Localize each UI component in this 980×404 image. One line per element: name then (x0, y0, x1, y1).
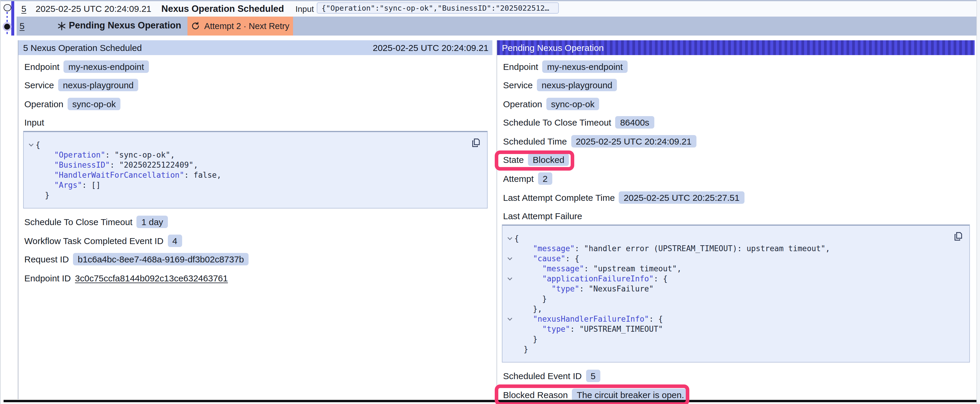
code-line: "type": "NexusFailure" (506, 284, 963, 294)
code-line: } (27, 190, 481, 201)
event-detail-panel-title: 5 Nexus Operation Scheduled (23, 42, 142, 52)
event-title: Nexus Operation Scheduled (161, 3, 284, 14)
workflow-history-view: 5 2025-02-25 UTC 20:24:09.21 Nexus Opera… (0, 0, 980, 404)
attempt-value-chip: 2 (538, 173, 552, 185)
operation-label: Operation (24, 99, 64, 109)
code-line: } (506, 294, 963, 304)
code-gutter (27, 170, 36, 181)
input-block-label: Input (24, 116, 492, 129)
code-line: } (506, 334, 963, 344)
failure-json-viewer: { "message": "handler error (UPSTREAM_TI… (502, 225, 970, 363)
field-row-schedule-to-close-timeout: Schedule To Close Timeout86400s (503, 116, 975, 129)
collapse-chevron-icon[interactable] (506, 254, 514, 264)
event-row-nexus-operation-scheduled[interactable]: 5 2025-02-25 UTC 20:24:09.21 Nexus Opera… (0, 1, 980, 16)
endpoint-value-chip: my-nexus-endpoint (64, 60, 149, 73)
attempt-label: Attempt (503, 174, 534, 184)
event-detail-fields: Endpointmy-nexus-endpointServicenexus-pl… (18, 60, 492, 110)
code-line: "BusinessID": "20250225122409", (27, 160, 481, 170)
pending-event-id-link[interactable]: 5 (19, 21, 25, 30)
endpoint-label: Endpoint (24, 61, 59, 71)
field-row-schedule-to-close-timeout: Schedule To Close Timeout1 day (24, 216, 492, 228)
event-input-label: Input (296, 4, 314, 14)
code-line: "HandlerWaitForCancellation": false, (27, 170, 481, 181)
field-row-service: Servicenexus-playground (503, 79, 975, 91)
collapse-chevron-icon[interactable] (506, 314, 514, 324)
scheduled-event-id-value-chip: 5 (586, 370, 600, 382)
code-line: "type": "UPSTREAM_TIMEOUT" (506, 324, 963, 334)
code-gutter (506, 264, 514, 274)
event-detail-panel-timestamp: 2025-02-25 UTC 20:24:09.21 (373, 42, 488, 52)
schedule-to-close-timeout-value-chip: 1 day (137, 216, 168, 228)
pending-operation-fields-bottom: Scheduled Event ID5Blocked ReasonThe cir… (497, 370, 975, 401)
service-value-chip: nexus-playground (58, 79, 138, 91)
code-line: "message": "upstream timeout", (506, 264, 963, 274)
event-id-link[interactable]: 5 (21, 3, 26, 14)
workflow-task-completed-event-id-value-chip: 4 (168, 234, 182, 247)
code-gutter (506, 324, 514, 334)
collapse-chevron-icon[interactable] (506, 274, 514, 284)
code-gutter (27, 150, 36, 160)
code-line: "Operation": "sync-op-ok", (27, 150, 481, 160)
code-gutter (506, 284, 514, 294)
code-gutter (27, 181, 36, 190)
operation-value-chip: sync-op-ok (68, 97, 121, 110)
endpoint-id-label: Endpoint ID (24, 273, 71, 283)
collapse-chevron-icon[interactable] (27, 140, 36, 150)
endpoint-id-value[interactable]: 3c0c75ccfa8144b092c13ce632463761 (75, 273, 228, 283)
code-line: { (506, 234, 963, 244)
schedule-to-close-timeout-value-chip: 86400s (616, 116, 654, 129)
service-value-chip: nexus-playground (537, 79, 617, 91)
field-row-scheduled-event-id: Scheduled Event ID5 (503, 370, 975, 382)
copy-failure-button[interactable] (953, 231, 963, 242)
last-attempt-complete-time-label: Last Attempt Complete Time (503, 192, 615, 202)
code-line: } (506, 344, 963, 355)
left-frame-edge (0, 0, 1, 404)
service-label: Service (503, 80, 533, 90)
blocked-reason-label: Blocked Reason (503, 390, 568, 400)
event-input-preview-chip[interactable]: {"Operation":"sync-op-ok","BusinessID":"… (317, 2, 559, 13)
request-id-label: Request ID (24, 254, 69, 265)
field-row-endpoint: Endpointmy-nexus-endpoint (503, 60, 975, 73)
event-timestamp: 2025-02-25 UTC 20:24:09.21 (36, 3, 151, 14)
code-line: "message": "handler error (UPSTREAM_TIME… (506, 244, 963, 254)
retry-attempt-badge: Attempt 2 · Next Retry (188, 16, 293, 36)
scheduled-time-value-chip: 2025-02-25 UTC 20:24:09.21 (571, 135, 696, 147)
code-line: }, (506, 304, 963, 314)
code-line: "Args": [] (27, 181, 481, 190)
pending-nexus-operation-row[interactable]: 5 Pending Nexus Operation Attempt 2 · Ne… (0, 16, 980, 36)
event-detail-container: 5 Nexus Operation Scheduled 2025-02-25 U… (18, 40, 980, 399)
scrollbar[interactable] (976, 0, 980, 404)
code-gutter (506, 304, 514, 314)
field-row-endpoint: Endpointmy-nexus-endpoint (24, 60, 492, 73)
state-label: State (503, 155, 524, 165)
field-row-service: Servicenexus-playground (24, 79, 492, 91)
last-attempt-failure-label: Last Attempt Failure (503, 210, 975, 222)
asterisk-icon (57, 21, 67, 30)
operation-label: Operation (503, 99, 542, 109)
copy-input-button[interactable] (471, 138, 480, 148)
workflow-task-completed-event-id-label: Workflow Task Completed Event ID (24, 236, 164, 246)
input-json-viewer: { "Operation": "sync-op-ok", "BusinessID… (23, 131, 487, 209)
pending-operation-panel-title: Pending Nexus Operation (502, 42, 604, 52)
schedule-to-close-timeout-label: Schedule To Close Timeout (24, 217, 133, 227)
code-gutter (27, 190, 36, 201)
field-row-blocked-reason: Blocked ReasonThe circuit breaker is ope… (503, 388, 975, 401)
endpoint-label: Endpoint (503, 61, 538, 71)
blocked-reason-value-chip: The circuit breaker is open. (572, 388, 689, 401)
field-row-last-attempt-complete-time: Last Attempt Complete Time2025-02-25 UTC… (503, 191, 975, 203)
pending-operation-panel-header: Pending Nexus Operation (497, 40, 975, 55)
code-gutter (506, 294, 514, 304)
event-detail-panel-header: 5 Nexus Operation Scheduled 2025-02-25 U… (18, 40, 492, 55)
code-gutter (27, 160, 36, 170)
code-line: "cause": { (506, 254, 963, 264)
code-line: "nexusHandlerFailureInfo": { (506, 314, 963, 324)
field-row-endpoint-id: Endpoint ID3c0c75ccfa8144b092c13ce632463… (24, 272, 492, 284)
operation-value-chip: sync-op-ok (546, 97, 600, 110)
field-row-scheduled-time: Scheduled Time2025-02-25 UTC 20:24:09.21 (503, 135, 975, 147)
collapse-chevron-icon[interactable] (506, 234, 514, 244)
bottom-divider (3, 400, 977, 402)
scheduled-event-id-label: Scheduled Event ID (503, 371, 582, 381)
service-label: Service (24, 80, 54, 90)
field-row-attempt: Attempt2 (503, 173, 975, 185)
pending-operation-panel: Pending Nexus Operation Endpointmy-nexus… (496, 40, 975, 399)
